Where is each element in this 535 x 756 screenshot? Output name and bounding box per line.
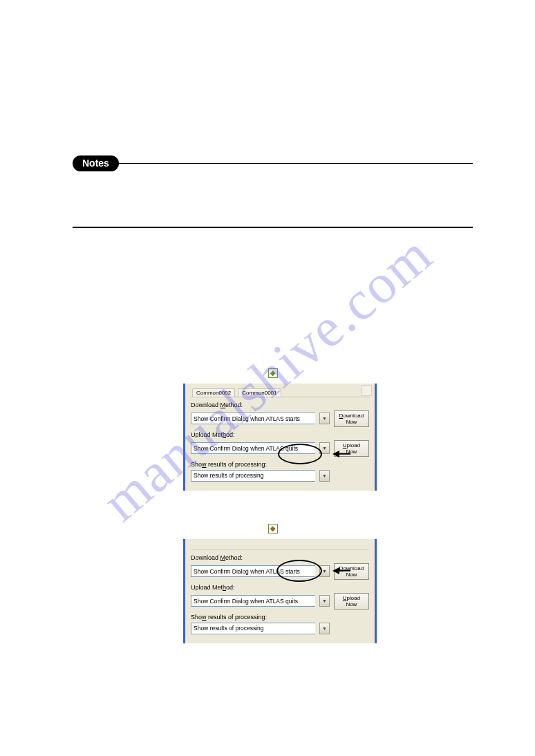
dialog-1-wrapper: Common0002 Common0001 Download Method: S… — [128, 384, 356, 491]
btn-line1: Upload — [343, 442, 360, 448]
dropdown-arrow-icon[interactable]: ▼ — [319, 442, 330, 454]
download-now-button[interactable]: Download Now — [334, 410, 369, 427]
settings-dialog-1: Common0002 Common0001 Download Method: S… — [183, 384, 377, 491]
text: od: — [226, 431, 235, 438]
dropdown-arrow-icon[interactable]: ▼ — [319, 470, 330, 482]
btn-line1: Upload — [343, 595, 360, 601]
text: pload — [347, 595, 361, 601]
btn-line2: Now — [346, 448, 357, 455]
notes-rule — [118, 163, 473, 164]
upload-method-label: Upload Method: — [191, 431, 369, 438]
tab-common0001[interactable]: Common0001 — [238, 388, 281, 397]
text: ethod: — [225, 554, 243, 561]
download-now-button[interactable]: Download Now — [334, 563, 369, 580]
text: Upload Met — [191, 431, 223, 438]
upload-now-button[interactable]: Upload Now — [334, 440, 369, 457]
text: Download — [191, 401, 220, 408]
notes-pill: Notes — [73, 155, 119, 171]
dialog-2-wrapper: Download Method: Show Confirm Dialog whe… — [128, 539, 356, 643]
horizontal-rule — [73, 227, 473, 228]
text: Download — [191, 554, 220, 561]
tabs-strip: Common0002 Common0001 — [191, 386, 369, 397]
upload-now-button[interactable]: Upload Now — [334, 593, 369, 609]
text: Sho — [191, 614, 202, 621]
document-page: Notes Common0002 Common0001 Download Met… — [0, 0, 535, 685]
tab-common0002[interactable]: Common0002 — [192, 388, 235, 397]
dropdown-arrow-icon[interactable]: ▼ — [319, 623, 330, 634]
icon-row-2 — [73, 522, 473, 535]
show-results-label: Show results of processing: — [191, 614, 369, 621]
show-results-select[interactable]: Show results of processing — [191, 470, 315, 482]
icon-row-1 — [73, 367, 473, 379]
text: results of processing: — [207, 614, 268, 621]
btn-line1: Download — [339, 413, 364, 419]
show-results-label: Show results of processing: — [191, 461, 369, 468]
dictionary-icon — [268, 524, 278, 533]
download-method-label: Download Method: — [191, 401, 369, 408]
text: Sho — [191, 461, 202, 468]
text: Upload Met — [191, 584, 223, 591]
btn-line2: Now — [346, 419, 357, 425]
show-results-select[interactable]: Show results of processing — [191, 623, 315, 634]
scrollbar-gutter — [362, 385, 372, 396]
download-method-select[interactable]: Show Confirm Dialog when ATLAS starts — [191, 413, 315, 424]
mnemonic: M — [220, 554, 226, 561]
upload-method-label: Upload Method: — [191, 584, 369, 591]
download-row: Show Confirm Dialog when ATLAS starts ▼ … — [191, 563, 369, 580]
upload-row: Show Confirm Dialog when ATLAS quits ▼ U… — [191, 440, 369, 457]
btn-line1: Download — [339, 565, 364, 571]
btn-line2: Now — [346, 601, 357, 607]
text: ethod: — [225, 401, 243, 408]
dropdown-arrow-icon[interactable]: ▼ — [319, 565, 330, 577]
dropdown-arrow-icon[interactable]: ▼ — [319, 595, 330, 607]
dropdown-arrow-icon[interactable]: ▼ — [319, 413, 330, 424]
mnemonic: M — [220, 401, 226, 408]
notes-heading-row: Notes — [73, 155, 473, 171]
results-row: Show results of processing ▼ — [191, 623, 369, 634]
settings-dialog-2: Download Method: Show Confirm Dialog whe… — [183, 539, 377, 643]
download-method-label: Download Method: — [191, 554, 369, 561]
results-row: Show results of processing ▼ — [191, 470, 369, 482]
text: od: — [226, 584, 235, 591]
dictionary-icon — [268, 368, 278, 378]
download-method-select[interactable]: Show Confirm Dialog when ATLAS starts — [191, 565, 315, 577]
divider — [191, 545, 369, 550]
text: ownload — [343, 565, 364, 571]
upload-method-select[interactable]: Show Confirm Dialog when ATLAS quits — [191, 595, 315, 607]
text: ownload — [343, 413, 364, 419]
text: pload — [347, 442, 361, 448]
download-row: Show Confirm Dialog when ATLAS starts ▼ … — [191, 410, 369, 427]
text: results of processing: — [207, 461, 268, 468]
upload-method-select[interactable]: Show Confirm Dialog when ATLAS quits — [191, 442, 315, 454]
upload-row: Show Confirm Dialog when ATLAS quits ▼ U… — [191, 593, 369, 609]
btn-line2: Now — [346, 571, 357, 578]
